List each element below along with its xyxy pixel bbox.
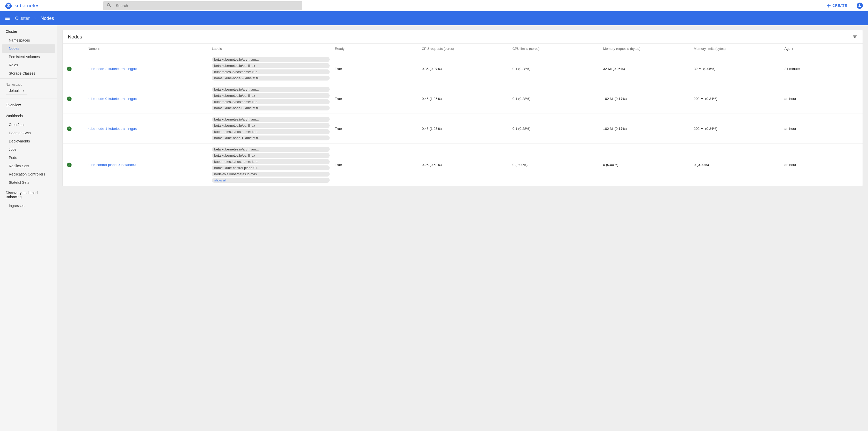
sidebar-item-pods[interactable]: Pods <box>0 154 57 162</box>
user-avatar[interactable] <box>857 3 863 9</box>
sidebar-item-namespaces[interactable]: Namespaces <box>0 36 57 44</box>
sidebar-item-ingresses[interactable]: Ingresses <box>0 202 57 210</box>
brand-wrap: kubernetes <box>5 2 103 9</box>
kubernetes-logo-icon <box>5 2 12 9</box>
node-link[interactable]: kube-node-0-kubelet.trainingpro <box>88 97 207 101</box>
sidebar-item-daemon-sets[interactable]: Daemon Sets <box>0 129 57 137</box>
label-chip: name: kube-node-1-kubelet.tr. <box>212 135 330 140</box>
namespace-select[interactable]: default ▼ <box>6 87 27 95</box>
label-chip: name: kube-node-2-kubelet.tr. <box>212 76 330 80</box>
brand-text: kubernetes <box>14 3 39 8</box>
table-header-row: Name▲▼ Labels Ready CPU requests (cores)… <box>63 44 863 54</box>
node-link[interactable]: kube-node-2-kubelet.trainingpro <box>88 67 207 71</box>
cell-age: an hour <box>782 114 863 144</box>
label-chip: beta.kubernetes.io/os: linux <box>212 63 330 68</box>
col-cpu-req[interactable]: CPU requests (cores) <box>419 44 510 54</box>
col-cpu-lim[interactable]: CPU limits (cores) <box>510 44 601 54</box>
status-ok-icon <box>67 163 71 167</box>
label-chip: beta.kubernetes.io/os: linux <box>212 93 330 98</box>
sidebar-item-replication-controllers[interactable]: Replication Controllers <box>0 170 57 178</box>
status-ok-icon <box>67 67 71 71</box>
cell-mem_req: 32 Mi (0.05%) <box>601 54 691 84</box>
sidebar-item-replica-sets[interactable]: Replica Sets <box>0 162 57 170</box>
col-age[interactable]: Age▲▼ <box>782 44 863 54</box>
sidebar-item-jobs[interactable]: Jobs <box>0 145 57 154</box>
card-title: Nodes <box>68 34 82 40</box>
caret-down-icon: ▼ <box>22 89 25 92</box>
cell-cpu_req: 0.45 (1.25%) <box>419 114 510 144</box>
status-ok-icon <box>67 127 71 131</box>
col-mem-lim[interactable]: Memory limits (bytes) <box>691 44 782 54</box>
cell-cpu_lim: 0.1 (0.28%) <box>510 84 601 114</box>
table-row: kube-node-1-kubelet.trainingprobeta.kube… <box>63 114 863 144</box>
cell-cpu_req: 0.25 (0.69%) <box>419 144 510 186</box>
node-link[interactable]: kube-node-1-kubelet.trainingpro <box>88 127 207 131</box>
topbar-actions: CREATE <box>827 3 863 9</box>
top-bar: kubernetes CREATE <box>0 0 868 11</box>
sidebar-item-nodes[interactable]: Nodes <box>2 44 55 53</box>
cell-age: an hour <box>782 84 863 114</box>
cell-ready: True <box>332 54 419 84</box>
svg-rect-17 <box>854 37 856 38</box>
search-wrap <box>103 1 302 10</box>
label-chip: kubernetes.io/hostname: kub. <box>212 99 330 104</box>
cell-ready: True <box>332 84 419 114</box>
content-area: Nodes Name▲▼ Labels Ready CPU reques <box>57 25 868 431</box>
namespace-selector-block: Namespace default ▼ <box>0 78 57 99</box>
table-row: kube-node-2-kubelet.trainingprobeta.kube… <box>63 54 863 84</box>
cell-mem_lim: 202 Mi (0.34%) <box>691 84 782 114</box>
col-ready[interactable]: Ready <box>332 44 419 54</box>
cell-mem_lim: 32 Mi (0.05%) <box>691 54 782 84</box>
svg-rect-12 <box>5 17 10 18</box>
label-chips: beta.kubernetes.io/arch: am…beta.kuberne… <box>212 57 330 80</box>
cell-cpu_req: 0.35 (0.97%) <box>419 54 510 84</box>
node-link[interactable]: kube-control-plane-0-instance.t <box>88 163 207 167</box>
cell-mem_req: 0 (0.00%) <box>601 144 691 186</box>
cell-age: an hour <box>782 144 863 186</box>
search-icon <box>106 3 112 8</box>
label-chip: kubernetes.io/hostname: kub. <box>212 159 330 164</box>
nodes-table: Name▲▼ Labels Ready CPU requests (cores)… <box>63 44 863 186</box>
sidebar-item-deployments[interactable]: Deployments <box>0 137 57 145</box>
nodes-card: Nodes Name▲▼ Labels Ready CPU reques <box>63 30 863 186</box>
label-chip: kubernetes.io/hostname: kub. <box>212 129 330 134</box>
sidebar-section-workloads[interactable]: Workloads <box>0 110 57 121</box>
table-row: kube-control-plane-0-instance.tbeta.kube… <box>63 144 863 186</box>
label-chips: beta.kubernetes.io/arch: am…beta.kuberne… <box>212 147 330 183</box>
label-chip: beta.kubernetes.io/os: linux <box>212 123 330 128</box>
sidebar-item-stateful-sets[interactable]: Stateful Sets <box>0 178 57 187</box>
cell-age: 21 minutes <box>782 54 863 84</box>
user-icon <box>858 4 862 8</box>
search-input[interactable] <box>116 3 299 8</box>
breadcrumb-bar: Cluster Nodes <box>0 11 868 25</box>
col-name[interactable]: Name▲▼ <box>85 44 210 54</box>
create-button[interactable]: CREATE <box>827 4 847 8</box>
sidebar-item-storage-classes[interactable]: Storage Classes <box>0 69 57 77</box>
cell-cpu_lim: 0.1 (0.28%) <box>510 54 601 84</box>
label-chip: name: kube-node-0-kubelet.tr. <box>212 105 330 110</box>
namespace-label: Namespace <box>6 80 52 87</box>
breadcrumb-root[interactable]: Cluster <box>15 16 30 21</box>
sidebar-section-dlb[interactable]: Discovery and Load Balancing <box>0 187 57 202</box>
search-box[interactable] <box>103 1 302 10</box>
filter-button[interactable] <box>852 34 858 40</box>
sidebar: Cluster NamespacesNodesPersistent Volume… <box>0 25 57 431</box>
hamburger-icon <box>5 15 10 21</box>
col-mem-req[interactable]: Memory requests (bytes) <box>601 44 691 54</box>
cell-ready: True <box>332 114 419 144</box>
sidebar-section-overview[interactable]: Overview <box>0 99 57 110</box>
table-row: kube-node-0-kubelet.trainingprobeta.kube… <box>63 84 863 114</box>
sidebar-item-roles[interactable]: Roles <box>0 61 57 69</box>
cell-mem_lim: 0 (0.00%) <box>691 144 782 186</box>
sidebar-item-cron-jobs[interactable]: Cron Jobs <box>0 121 57 129</box>
create-label: CREATE <box>832 4 847 7</box>
sidebar-section-cluster[interactable]: Cluster <box>0 25 57 36</box>
show-all-labels[interactable]: show all <box>212 178 330 183</box>
label-chip: beta.kubernetes.io/arch: am… <box>212 117 330 122</box>
col-labels[interactable]: Labels <box>209 44 332 54</box>
svg-rect-13 <box>5 18 10 19</box>
sidebar-item-persistent-volumes[interactable]: Persistent Volumes <box>0 53 57 61</box>
label-chip: beta.kubernetes.io/os: linux <box>212 153 330 158</box>
menu-toggle[interactable] <box>4 14 11 22</box>
label-chips: beta.kubernetes.io/arch: am…beta.kuberne… <box>212 117 330 140</box>
